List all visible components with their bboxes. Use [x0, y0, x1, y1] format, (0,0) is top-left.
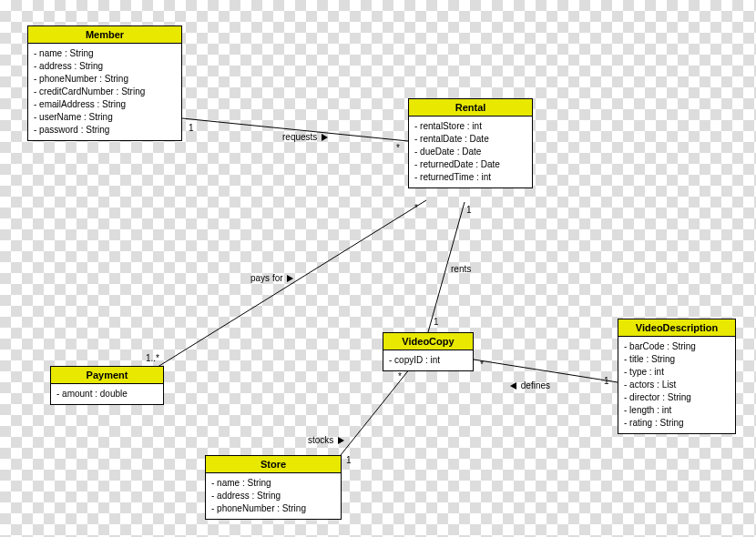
attr: - phoneNumber : String [211, 502, 335, 515]
class-store: Store - name : String - address : String… [205, 455, 342, 520]
class-videodescription-title: VideoDescription [618, 319, 735, 337]
mult-requests-1: 1 [189, 123, 194, 133]
svg-line-3 [474, 360, 618, 382]
class-payment: Payment - amount : double [50, 366, 164, 405]
attr: - title : String [624, 353, 730, 366]
class-videodescription-attrs: - barCode : String - title : String - ty… [618, 337, 735, 433]
svg-line-4 [337, 369, 410, 460]
attr: - name : String [211, 477, 335, 490]
mult-rents-top: 1 [466, 205, 472, 215]
attr: - name : String [34, 47, 176, 60]
attr: - phoneNumber : String [34, 73, 176, 86]
assoc-stocks-label: stocks [308, 435, 344, 445]
attr: - type : int [624, 366, 730, 379]
attr: - returnedDate : Date [414, 158, 526, 171]
mult-paysfor-1star: 1..* [146, 353, 159, 363]
class-videocopy-attrs: - copyID : int [383, 350, 473, 370]
mult-stocks-star: * [398, 371, 402, 381]
arrow-right-icon [287, 275, 293, 282]
attr: - password : String [34, 124, 176, 137]
attr: - copyID : int [389, 354, 467, 367]
class-store-title: Store [206, 456, 341, 473]
class-videocopy-title: VideoCopy [383, 333, 473, 350]
mult-requests-star: * [396, 143, 400, 153]
class-videocopy: VideoCopy - copyID : int [383, 332, 474, 371]
mult-defines-star: * [480, 360, 484, 370]
class-payment-attrs: - amount : double [51, 384, 163, 404]
class-payment-title: Payment [51, 367, 163, 384]
attr: - length : int [624, 404, 730, 417]
class-member-attrs: - name : String - address : String - pho… [28, 44, 181, 140]
attr: - rating : String [624, 417, 730, 430]
mult-rents-bottom: 1 [434, 317, 439, 327]
class-store-attrs: - name : String - address : String - pho… [206, 473, 341, 519]
attr: - address : String [211, 490, 335, 502]
attr: - actors : List [624, 379, 730, 391]
attr: - dueDate : Date [414, 146, 526, 158]
class-videodescription: VideoDescription - barCode : String - ti… [618, 319, 736, 434]
assoc-paysfor-text: pays for [250, 273, 283, 283]
arrow-right-icon [338, 437, 344, 444]
assoc-requests-label: requests [282, 132, 328, 142]
assoc-rents-label: rents [451, 264, 471, 274]
class-rental-title: Rental [409, 99, 532, 117]
attr: - amount : double [56, 388, 158, 400]
assoc-defines-label: defines [510, 380, 550, 390]
assoc-paysfor-label: pays for [250, 273, 293, 283]
assoc-defines-text: defines [521, 380, 550, 390]
attr: - creditCardNumber : String [34, 86, 176, 98]
attr: - userName : String [34, 111, 176, 124]
assoc-requests-text: requests [282, 132, 317, 142]
attr: - barCode : String [624, 340, 730, 353]
class-rental: Rental - rentalStore : int - rentalDate … [408, 98, 533, 188]
class-member: Member - name : String - address : Strin… [27, 25, 182, 141]
attr: - returnedTime : int [414, 171, 526, 184]
assoc-rents-text: rents [451, 264, 471, 274]
attr: - director : String [624, 391, 730, 404]
uml-class-diagram: Member - name : String - address : Strin… [0, 0, 756, 537]
attr: - rentalDate : Date [414, 133, 526, 146]
attr: - rentalStore : int [414, 120, 526, 133]
attr: - address : String [34, 60, 176, 73]
mult-paysfor-star: * [414, 203, 418, 213]
class-rental-attrs: - rentalStore : int - rentalDate : Date … [409, 117, 532, 187]
arrow-left-icon [510, 382, 516, 390]
mult-stocks-1: 1 [346, 455, 352, 465]
arrow-right-icon [322, 134, 328, 141]
assoc-stocks-text: stocks [308, 435, 333, 445]
class-member-title: Member [28, 26, 181, 44]
mult-defines-1: 1 [604, 376, 609, 386]
attr: - emailAddress : String [34, 98, 176, 111]
